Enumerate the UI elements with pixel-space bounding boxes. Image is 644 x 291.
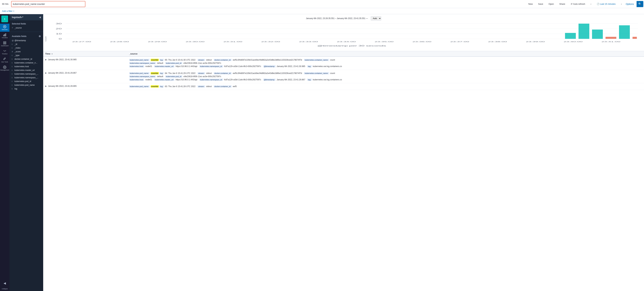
field-timestamp[interactable]: @ @timestamp xyxy=(10,39,43,42)
field-type-k8s-master: t xyxy=(12,69,14,71)
field-name-type: _type xyxy=(14,54,20,57)
time-cell-1: ▶ January 6th 2022, 23:41:30.985 xyxy=(43,57,127,70)
field-k8s-container-name[interactable]: t kubernetes.container_n... xyxy=(10,61,43,65)
stream-key-2: stream: xyxy=(198,72,205,74)
field-name-source: _source xyxy=(14,27,22,29)
index-pattern-name: logstash-* xyxy=(12,16,23,19)
search-box[interactable] xyxy=(11,1,85,7)
field-k8s-ns-id[interactable]: t kubernetes.namespace_... xyxy=(10,76,43,80)
master-key-2: kubernetes.master_url: xyxy=(154,79,175,81)
refresh-icon: ↺ xyxy=(570,3,572,5)
log-val-1: 65: Thu Jan 6 15:41:30 UTC 2022 xyxy=(165,59,196,61)
field-k8s-master-url[interactable]: t kubernetes.master_url xyxy=(10,68,43,72)
selected-fields-section: Selected fields ? _source xyxy=(10,20,43,31)
svg-text:23:39:00: 23:39:00 xyxy=(526,41,545,43)
table-row: ▶ January 6th 2022, 23:41:30.985 kuberne… xyxy=(43,57,644,70)
svg-text:23:36:00: 23:36:00 xyxy=(412,41,432,43)
new-button[interactable]: New xyxy=(527,2,534,6)
search-submit-button[interactable]: 🔍 xyxy=(636,1,643,7)
time-column-header[interactable]: Time ▾ xyxy=(43,51,127,57)
field-type-score: # xyxy=(12,51,14,53)
time-range-button[interactable]: 🕐 Last 15 minutes xyxy=(596,2,617,6)
sidebar-item-timelion[interactable]: Timelion xyxy=(0,48,10,56)
left-panel: logstash-* ◀ Selected fields ? _source A… xyxy=(10,14,43,291)
field-k8s-ns-name[interactable]: t kubernetes.namespace_... xyxy=(10,72,43,76)
fields-settings-icon[interactable]: ⚙ xyxy=(39,35,41,38)
index-pattern-header: logstash-* ◀ xyxy=(10,14,43,20)
sidebar-nav: k Discover Visualize Dashboard Timelion … xyxy=(0,14,10,291)
ts-key-2: @timestamp: xyxy=(263,79,276,81)
field-k8s-pod-id[interactable]: t kubernetes.pod_id xyxy=(10,80,43,83)
expand-row-2-button[interactable]: ▶ xyxy=(45,72,47,74)
options-button[interactable]: Options xyxy=(626,3,634,6)
sidebar-item-discover[interactable]: Discover xyxy=(0,24,10,32)
field-log[interactable]: t log xyxy=(10,87,43,91)
results-table: Time ▾ _source ▶ January 6th 2022, 23:41… xyxy=(43,51,644,90)
next-time-button[interactable]: › xyxy=(620,2,623,6)
field-type-field[interactable]: t _type xyxy=(10,54,43,57)
field-name-k8s-ns-name: kubernetes.namespace_... xyxy=(14,73,38,75)
collapse-nav-button[interactable]: ◀ xyxy=(0,280,10,286)
chart-y-label: Count xyxy=(45,37,47,41)
field-name-timestamp: @timestamp xyxy=(14,39,26,42)
field-k8s-host[interactable]: t kubernetes.host xyxy=(10,65,43,68)
svg-text:23:41:00: 23:41:00 xyxy=(602,41,620,43)
svg-text:23:27:00: 23:27:00 xyxy=(72,41,91,43)
field-docker-container-id[interactable]: t docker.container_id xyxy=(10,57,43,61)
results-area: Time ▾ _source ▶ January 6th 2022, 23:41… xyxy=(43,51,644,291)
field-name-k8s-master: kubernetes.master_url xyxy=(14,69,34,71)
sidebar-item-management[interactable]: Management xyxy=(0,64,10,72)
panel-collapse-arrow[interactable]: ◀ xyxy=(39,16,41,19)
top-actions: New Save Open Share ↺ Auto-refresh ‹ 🕐 L… xyxy=(527,1,642,7)
share-button[interactable]: Share xyxy=(558,2,566,6)
field-index[interactable]: t _index xyxy=(10,46,43,50)
field-k8s-pod-name[interactable]: t kubernetes.pod_name xyxy=(10,83,43,87)
field-type-source: ? xyxy=(12,27,14,29)
ns-id-val-2: fc87a129-cd3d-11eb-8fc3-000c2927597c xyxy=(224,79,261,81)
ts-val-1: January 6th 2022, 23:41:30.985 xyxy=(276,65,305,68)
docker-key-1: docker.container_id: xyxy=(214,59,232,61)
tag-val-1: kubernetes.var.log.containers.co xyxy=(313,65,342,68)
expand-row-1-button[interactable]: ▶ xyxy=(45,58,47,61)
content-area: January 6th 2022, 23:26:35.551 – January… xyxy=(43,14,644,291)
container-name-key-1: kubernetes.container_name: xyxy=(304,59,329,61)
field-type-timestamp: @ xyxy=(12,40,14,42)
time-sort-icon: ▾ xyxy=(52,53,52,55)
svg-text:@timestamp per 30 seconds: @timestamp per 30 seconds xyxy=(317,45,386,47)
field-id[interactable]: t _id xyxy=(10,42,43,46)
svg-text:23:28:00: 23:28:00 xyxy=(110,41,129,43)
chart-svg: 30 20 10 0 23:27:00 23:28:00 23:29:00 23… xyxy=(46,22,641,49)
field-name-log: log xyxy=(14,88,17,90)
top-bar: 66 hits New Save Open Share ↺ Auto-refre… xyxy=(0,0,644,8)
svg-text:0: 0 xyxy=(59,38,62,40)
sidebar-item-devtools[interactable]: Dev Tools xyxy=(0,56,10,64)
stream-val-2: stdout xyxy=(206,72,212,74)
container-name-key-2: kubernetes.container_name: xyxy=(304,72,329,74)
field-name-k8s-ns-id: kubernetes.namespace_... xyxy=(14,77,38,79)
expand-row-3-button[interactable]: ▶ xyxy=(45,85,47,87)
sidebar-item-visualize[interactable]: Visualize xyxy=(0,32,10,40)
docker-val-2: eef5c3f4d087e109c01acb9ecf4d882a2e43d8e2… xyxy=(233,72,302,74)
source-column-header: _source xyxy=(127,51,644,57)
chart-wrap: Count 30 20 10 0 23:27:00 23:28:00 23:29… xyxy=(46,22,641,49)
chart-interval-select[interactable]: Auto 1s 30s 1m xyxy=(371,16,381,21)
search-input[interactable] xyxy=(13,3,84,6)
field-type-k8s-ns-id: t xyxy=(12,77,14,79)
add-filter-button[interactable]: Add a filter + xyxy=(2,10,14,12)
log-key-3: log: xyxy=(159,85,164,88)
pod-name-key-2: kubernetes.pod_name: xyxy=(129,72,150,74)
field-score[interactable]: # _score xyxy=(10,50,43,54)
open-button[interactable]: Open xyxy=(547,2,555,6)
svg-text:23:37:00: 23:37:00 xyxy=(450,41,469,43)
auto-refresh-button[interactable]: ↺ Auto-refresh xyxy=(569,2,587,6)
sidebar-item-timelion-label: Timelion xyxy=(2,53,8,55)
sidebar-item-dashboard[interactable]: Dashboard xyxy=(0,40,10,48)
field-type-k8s-ns-name: t xyxy=(12,73,14,75)
host-val-1: node01 xyxy=(146,65,152,68)
ns-val-2: default xyxy=(157,75,163,78)
svg-rect-37 xyxy=(606,37,616,39)
prev-time-button[interactable]: ‹ xyxy=(589,2,592,6)
save-button[interactable]: Save xyxy=(537,2,544,6)
field-source[interactable]: ? _source xyxy=(10,26,43,30)
svg-text:30: 30 xyxy=(56,23,62,25)
